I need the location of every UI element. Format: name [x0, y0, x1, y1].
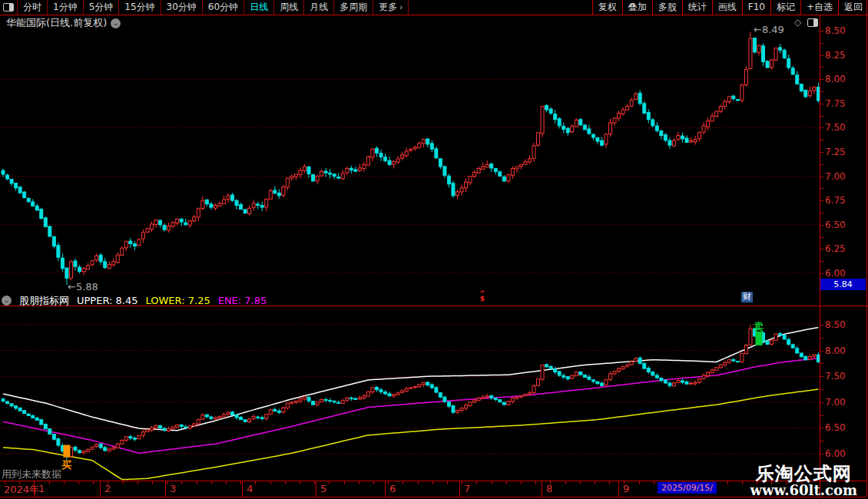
period-button-周线[interactable]: 周线: [274, 0, 304, 15]
price-label: 8.00: [825, 74, 863, 84]
month-gridline: [459, 481, 460, 497]
tool-button-统计[interactable]: 统计: [682, 0, 712, 15]
month-label: 3: [170, 483, 176, 494]
chart-title: 华能国际(日线.前复权): [6, 16, 107, 30]
axis-tick: [820, 363, 823, 364]
week-tick: [359, 481, 359, 484]
price-label: 6.75: [825, 195, 863, 206]
more-chevron-icon: ›: [399, 3, 403, 12]
price-label: 6.00: [825, 268, 863, 279]
price-label: 6.50: [825, 422, 863, 433]
week-tick: [565, 481, 566, 484]
maximize-pane-icon[interactable]: [807, 18, 818, 27]
month-gridline: [100, 481, 101, 497]
axis-tick: [820, 55, 823, 56]
main-candlestick-chart[interactable]: [0, 15, 820, 293]
axis-tick: [820, 428, 823, 428]
month-label: 6: [389, 483, 396, 494]
watermark-site-url: www.60lt.com: [750, 483, 857, 497]
axis-tick: [820, 376, 823, 377]
month-gridline: [34, 481, 35, 497]
tool-button-F10[interactable]: F10: [742, 0, 770, 15]
week-tick: [285, 481, 286, 484]
period-button-日线[interactable]: 日线: [244, 0, 274, 15]
week-tick: [123, 481, 124, 484]
week-tick: [506, 481, 507, 484]
ene-indicator-chart[interactable]: 买卖: [0, 306, 820, 481]
period-button-30分钟[interactable]: 30分钟: [161, 0, 203, 15]
tool-button-画线[interactable]: 画线: [712, 0, 742, 15]
price-label: 8.50: [825, 25, 863, 36]
week-tick: [181, 481, 182, 484]
week-tick: [344, 481, 345, 484]
axis-tick: [820, 415, 823, 416]
axis-tick: [820, 454, 823, 454]
pane-corner-icons: ◇: [794, 17, 818, 28]
month-gridline: [385, 481, 386, 497]
axis-tick: [820, 43, 823, 44]
collapse-chevron-icon[interactable]: ⌄: [111, 18, 121, 28]
low-price-annotation: ←5.88: [68, 281, 98, 292]
finance-report-marker[interactable]: 财: [741, 292, 753, 302]
week-tick: [152, 481, 153, 484]
indicator-collapse-icon[interactable]: ⌄: [2, 296, 12, 306]
indicator-upper-value: UPPER: 8.45: [77, 295, 138, 306]
price-label: 7.50: [825, 371, 863, 382]
tools-button-group: 复权叠加多股统计画线F10标记+自选返回: [592, 0, 868, 15]
axis-tick: [820, 152, 823, 153]
month-gridline: [242, 481, 243, 497]
price-label: 7.00: [825, 397, 863, 408]
indicator-lower-value: LOWER: 7.25: [146, 295, 210, 306]
week-tick: [403, 481, 403, 484]
axis-tick: [820, 164, 823, 165]
indicator-ene-value: ENE: 7.85: [218, 295, 267, 306]
month-label: 5: [320, 483, 326, 494]
price-label: 7.25: [825, 147, 863, 157]
month-gridline: [316, 481, 316, 497]
month-label: 1: [38, 483, 45, 494]
axis-tick: [820, 441, 823, 441]
period-button-月线[interactable]: 月线: [304, 0, 334, 15]
tool-button-+自选[interactable]: +自选: [800, 0, 838, 15]
month-label: 4: [247, 483, 253, 494]
price-label: 6.50: [825, 220, 863, 230]
tool-button-多股[interactable]: 多股: [652, 0, 682, 15]
pane-min-price-box: 5.84: [820, 279, 866, 290]
axis-tick: [820, 79, 823, 80]
week-tick: [492, 481, 492, 484]
period-button-分时[interactable]: 分时: [18, 0, 48, 15]
dividend-marker[interactable]: ^ $: [479, 291, 485, 302]
period-button-5分钟[interactable]: 5分钟: [84, 0, 120, 15]
week-tick: [78, 481, 79, 484]
date-axis[interactable]: 2024年 123456789: [0, 481, 866, 497]
period-button-1分钟[interactable]: 1分钟: [48, 0, 84, 15]
last-date-box: 2025/09/15/—: [658, 482, 717, 494]
period-button-15分钟[interactable]: 15分钟: [119, 0, 161, 15]
tool-button-叠加[interactable]: 叠加: [622, 0, 652, 15]
axis-tick: [820, 273, 823, 274]
period-button-60分钟[interactable]: 60分钟: [203, 0, 244, 15]
future-data-note: 用到未来数据: [2, 468, 61, 481]
price-label: 7.50: [825, 122, 863, 133]
period-button-多周期[interactable]: 多周期: [334, 0, 373, 15]
period-button-更多[interactable]: 更多›: [373, 0, 409, 15]
price-label: 8.00: [825, 345, 863, 356]
week-tick: [255, 481, 256, 484]
week-tick: [727, 481, 728, 484]
layout-toggle-button[interactable]: [0, 0, 18, 15]
week-tick: [167, 481, 167, 484]
top-toolbar: 分时1分钟5分钟15分钟30分钟60分钟日线周线月线多周期更多› 复权叠加多股统…: [0, 0, 868, 15]
week-tick: [5, 481, 5, 484]
diamond-icon[interactable]: ◇: [794, 17, 801, 28]
toolbar-spacer: [409, 0, 592, 15]
tool-button-返回[interactable]: 返回: [838, 0, 868, 15]
axis-tick: [820, 325, 823, 326]
week-tick: [476, 481, 477, 484]
tool-button-标记[interactable]: 标记: [770, 0, 800, 15]
axis-tick: [820, 116, 823, 117]
price-label: 7.00: [825, 171, 863, 182]
tool-button-复权[interactable]: 复权: [592, 0, 622, 15]
right-border-line: [866, 0, 867, 497]
price-label: 7.75: [825, 98, 863, 109]
axis-tick: [820, 237, 823, 238]
